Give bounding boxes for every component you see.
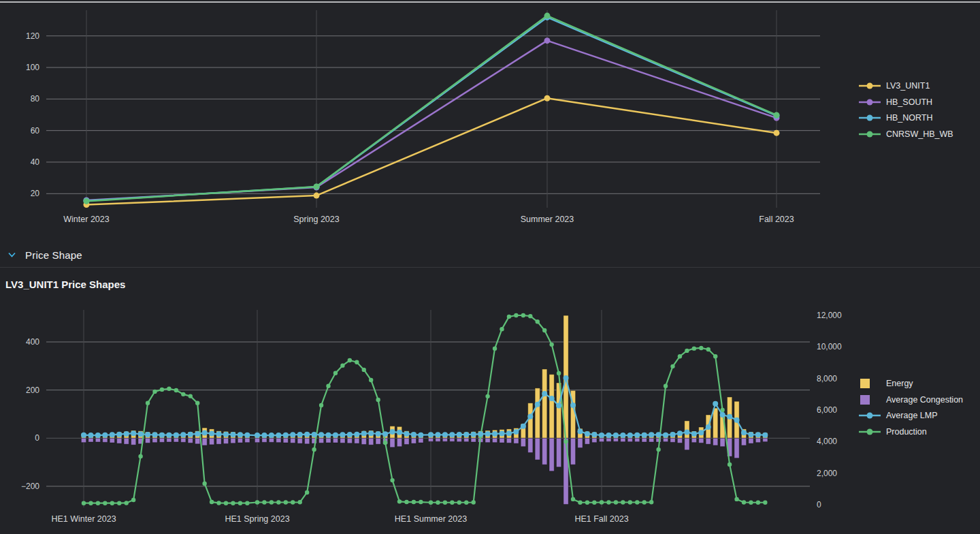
legend-item-label: LV3_UNIT1	[886, 81, 930, 91]
svg-text:Spring 2023: Spring 2023	[293, 215, 339, 224]
svg-text:4,000: 4,000	[817, 437, 837, 446]
svg-text:120: 120	[26, 31, 39, 41]
svg-text:60: 60	[31, 126, 40, 136]
svg-text:HE1 Fall 2023: HE1 Fall 2023	[574, 514, 628, 524]
svg-text:200: 200	[26, 386, 39, 395]
legend-item-label: Average LMP	[886, 411, 938, 420]
legend-line-swatch	[859, 113, 881, 123]
svg-text:Fall 2023: Fall 2023	[759, 215, 794, 224]
legend-item-hb-north[interactable]: HB_NORTH	[859, 113, 953, 123]
legend-square-swatch	[859, 379, 881, 388]
legend-item-label: Average Congestion	[886, 395, 963, 405]
svg-text:80: 80	[31, 94, 40, 104]
section-header-price-shape[interactable]: Price Shape	[0, 242, 980, 268]
svg-text:100: 100	[26, 63, 39, 72]
svg-text:Winter 2023: Winter 2023	[63, 215, 109, 224]
legend-item-hb-south[interactable]: HB_SOUTH	[859, 97, 953, 107]
svg-text:400: 400	[26, 337, 39, 347]
svg-text:HE1 Summer 2023: HE1 Summer 2023	[395, 514, 467, 524]
legend-item-production[interactable]: Production	[859, 427, 963, 437]
legend-price-shapes: EnergyAverage CongestionAverage LMPProdu…	[859, 379, 963, 443]
svg-text:0: 0	[817, 500, 821, 509]
svg-text:Summer 2023: Summer 2023	[521, 215, 574, 224]
svg-text:20: 20	[31, 189, 40, 198]
svg-text:HE1 Spring 2023: HE1 Spring 2023	[225, 514, 289, 524]
section-title: Price Shape	[25, 249, 82, 261]
svg-text:12,000: 12,000	[817, 311, 842, 320]
legend-item-cnrsw-hb-wb[interactable]: CNRSW_HB_WB	[859, 129, 953, 139]
legend-item-label: Production	[886, 427, 927, 437]
legend-item-label: HB_NORTH	[886, 113, 933, 123]
legend-line-swatch	[859, 411, 881, 420]
legend-seasonal-prices: LV3_UNIT1HB_SOUTHHB_NORTHCNRSW_HB_WB	[859, 81, 953, 145]
svg-text:40: 40	[31, 157, 40, 167]
svg-text:10,000: 10,000	[817, 342, 842, 351]
svg-text:6,000: 6,000	[817, 405, 837, 415]
legend-square-swatch	[859, 395, 881, 405]
legend-item-label: HB_SOUTH	[886, 97, 932, 107]
legend-item-label: Energy	[886, 379, 913, 388]
legend-line-swatch	[859, 427, 881, 437]
legend-item-average-congestion[interactable]: Average Congestion	[859, 395, 963, 405]
price-analytics-dashboard: 20406080100120Winter 2023Spring 2023Summ…	[0, 0, 980, 534]
legend-item-lv3-unit1[interactable]: LV3_UNIT1	[859, 81, 953, 91]
legend-item-energy[interactable]: Energy	[859, 379, 963, 388]
legend-line-swatch	[859, 129, 881, 139]
chevron-down-icon	[7, 250, 17, 260]
svg-text:8,000: 8,000	[817, 374, 837, 383]
svg-text:0: 0	[35, 433, 39, 443]
svg-text:−200: −200	[21, 482, 39, 491]
svg-text:2,000: 2,000	[817, 469, 837, 478]
legend-line-swatch	[859, 97, 881, 107]
price-shapes-chart-title: LV3_UNIT1 Price Shapes	[5, 279, 125, 290]
legend-item-average-lmp[interactable]: Average LMP	[859, 411, 963, 420]
legend-item-label: CNRSW_HB_WB	[886, 129, 953, 139]
legend-line-swatch	[859, 81, 881, 91]
svg-text:HE1 Winter 2023: HE1 Winter 2023	[51, 514, 116, 524]
